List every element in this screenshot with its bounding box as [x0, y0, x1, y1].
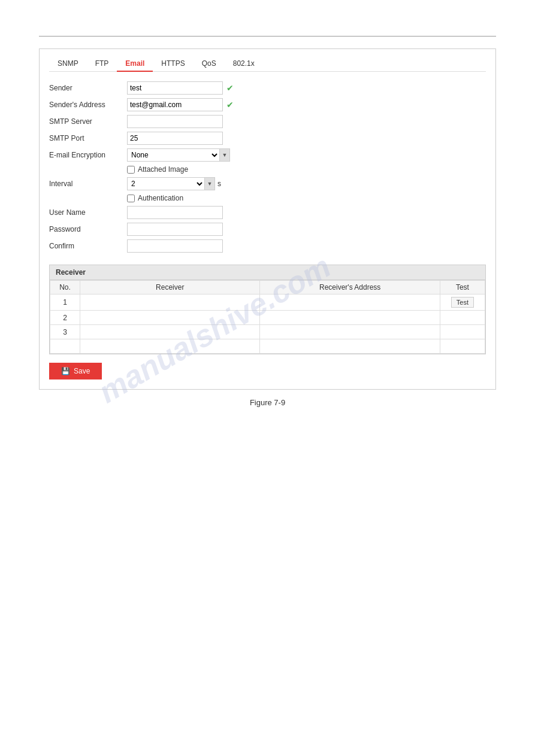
table-row: 1 Test [50, 294, 485, 311]
row4-receiver [80, 339, 260, 354]
figure-caption: Figure 7-9 [39, 398, 496, 407]
row4-address [260, 339, 440, 354]
password-row: Password [49, 223, 486, 236]
tab-https[interactable]: HTTPS [153, 56, 193, 72]
smtp-port-label: SMTP Port [49, 134, 127, 142]
senders-address-input[interactable] [127, 98, 223, 111]
interval-unit: s [217, 180, 221, 188]
password-label: Password [49, 225, 127, 233]
row2-test-cell [440, 311, 485, 325]
confirm-row: Confirm [49, 239, 486, 253]
smtp-port-input[interactable] [127, 132, 223, 145]
row4-test-cell [440, 339, 485, 354]
row3-receiver [80, 325, 260, 339]
sender-input[interactable] [127, 81, 223, 95]
encryption-select-wrapper: None SSL TLS ▼ [127, 148, 230, 162]
save-section: 💾 Save [49, 363, 486, 379]
table-row [50, 339, 485, 354]
tab-ftp[interactable]: FTP [87, 56, 117, 72]
col-address: Receiver's Address [260, 281, 440, 294]
row1-test-cell: Test [440, 294, 485, 311]
tab-email[interactable]: Email [117, 56, 153, 72]
interval-select[interactable]: 1 2 3 5 10 30 60 [127, 177, 205, 190]
interval-row: Interval 1 2 3 5 10 30 60 ▼ s [49, 177, 486, 190]
email-encryption-label: E-mail Encryption [49, 151, 127, 159]
senders-address-row: Sender's Address ✔ [49, 98, 486, 111]
row3-no: 3 [50, 325, 80, 339]
smtp-server-row: SMTP Server [49, 115, 486, 128]
row2-no: 2 [50, 311, 80, 325]
sender-check-icon: ✔ [225, 83, 235, 93]
save-label: Save [74, 367, 90, 375]
attached-image-row: Attached Image [49, 165, 486, 174]
address-check-icon: ✔ [225, 100, 235, 110]
username-label: User Name [49, 208, 127, 217]
interval-label: Interval [49, 180, 127, 188]
row2-address [260, 311, 440, 325]
username-row: User Name [49, 206, 486, 219]
row1-address [260, 294, 440, 311]
username-input[interactable] [127, 206, 223, 219]
receiver-header: Receiver [50, 265, 485, 280]
authentication-checkbox[interactable] [127, 195, 135, 202]
smtp-server-label: SMTP Server [49, 117, 127, 126]
table-row: 3 [50, 325, 485, 339]
row3-address [260, 325, 440, 339]
encryption-select-arrow[interactable]: ▼ [219, 148, 230, 162]
interval-select-arrow[interactable]: ▼ [204, 177, 215, 190]
interval-select-wrapper: 1 2 3 5 10 30 60 ▼ s [127, 177, 221, 190]
tab-qos[interactable]: QoS [194, 56, 225, 72]
col-receiver: Receiver [80, 281, 260, 294]
confirm-input[interactable] [127, 239, 223, 253]
row2-receiver [80, 311, 260, 325]
settings-panel: SNMP FTP Email HTTPS QoS 802.1x Sender ✔… [39, 48, 496, 390]
authentication-row: Authentication [49, 194, 486, 202]
row1-receiver [80, 294, 260, 311]
top-divider [39, 36, 496, 37]
tab-snmp[interactable]: SNMP [49, 56, 87, 72]
confirm-label: Confirm [49, 242, 127, 250]
password-input[interactable] [127, 223, 223, 236]
test-button-1[interactable]: Test [451, 297, 474, 308]
smtp-port-row: SMTP Port [49, 132, 486, 145]
sender-label: Sender [49, 84, 127, 92]
smtp-server-input[interactable] [127, 115, 223, 128]
attached-image-checkbox[interactable] [127, 166, 135, 174]
tab-bar: SNMP FTP Email HTTPS QoS 802.1x [49, 56, 486, 72]
email-form: Sender ✔ Sender's Address ✔ SMTP Server … [49, 79, 486, 259]
save-button[interactable]: 💾 Save [49, 363, 102, 379]
authentication-label: Authentication [138, 194, 183, 202]
row1-no: 1 [50, 294, 80, 311]
row3-test-cell [440, 325, 485, 339]
col-no: No. [50, 281, 80, 294]
email-encryption-row: E-mail Encryption None SSL TLS ▼ [49, 148, 486, 162]
attached-image-label: Attached Image [138, 165, 188, 174]
tab-8021x[interactable]: 802.1x [225, 56, 263, 72]
encryption-select[interactable]: None SSL TLS [127, 148, 220, 162]
row4-no [50, 339, 80, 354]
table-row: 2 [50, 311, 485, 325]
receiver-section: Receiver No. Receiver Receiver's Address… [49, 265, 486, 354]
save-icon: 💾 [61, 367, 70, 375]
senders-address-label: Sender's Address [49, 101, 127, 109]
receiver-table: No. Receiver Receiver's Address Test 1 T… [50, 280, 485, 354]
col-test: Test [440, 281, 485, 294]
sender-row: Sender ✔ [49, 81, 486, 95]
